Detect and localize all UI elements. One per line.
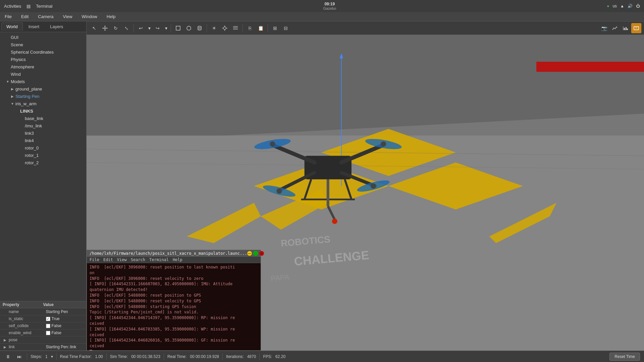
tab-insert[interactable]: Insert	[23, 22, 45, 31]
svg-point-51	[381, 141, 386, 147]
pause-btn[interactable]: ⏸	[4, 353, 12, 361]
tree-item-wind[interactable]: Wind	[0, 70, 86, 78]
tree-item-gui[interactable]: GUI	[0, 34, 86, 41]
prop-row-name[interactable]: name Starting Pen	[0, 308, 86, 315]
toolbar-cylinder-btn[interactable]	[195, 23, 205, 33]
menu-camera[interactable]: Camera	[36, 13, 55, 20]
tree-label-rotor0: rotor_0	[25, 145, 39, 150]
prop-row-pose[interactable]: ▶ pose	[0, 337, 86, 344]
menu-edit[interactable]: Edit	[19, 13, 31, 20]
terminal-minimize-btn[interactable]: —	[247, 251, 252, 256]
prop-row-link[interactable]: ▶ link Starting Pen::link	[0, 344, 86, 351]
svg-point-7	[187, 26, 191, 30]
viewport-area[interactable]: CHALLENGE ROBOTICS PAPA /home/lxh/Firmwa…	[87, 35, 644, 351]
term-menu-terminal[interactable]: Terminal	[149, 257, 169, 262]
checkbox-self-collide[interactable]	[46, 324, 50, 328]
prop-key-pose: ▶ pose	[0, 337, 43, 343]
tree-item-links[interactable]: LINKS	[0, 107, 86, 115]
sep-5	[222, 353, 223, 360]
toolbar-translate-btn[interactable]	[100, 23, 110, 33]
toolbar-box-btn[interactable]	[173, 23, 183, 33]
toolbar-sun-btn[interactable]: ☀	[209, 23, 219, 33]
tree-item-iris-w-arm[interactable]: ▼ iris_w_arm	[0, 100, 86, 107]
prop-key-is-static: is_static	[0, 315, 43, 322]
tab-world[interactable]: World	[1, 22, 23, 31]
tree-item-ground-plane[interactable]: ▶ ground_plane	[0, 85, 86, 93]
term-menu-help[interactable]: Help	[173, 257, 182, 262]
menu-file[interactable]: File	[3, 13, 14, 20]
prop-row-is-static[interactable]: is_static ✓ True	[0, 315, 86, 322]
menu-view[interactable]: View	[61, 13, 74, 20]
tree-item-spherical[interactable]: Spherical Coordinates	[0, 48, 86, 56]
activities-label[interactable]: Activities	[4, 4, 21, 9]
reset-time-button[interactable]: Reset Time	[609, 353, 640, 361]
term-line-1: INFO [ecl/EKF] 3096000: reset position t…	[90, 264, 258, 270]
tree-item-physics[interactable]: Physics	[0, 56, 86, 63]
tree-arrow-models: ▼	[5, 80, 10, 83]
prop-row-self-collide[interactable]: self_collide False	[0, 322, 86, 329]
toolbar-stripe-btn[interactable]	[230, 23, 240, 33]
toolbar-directional-btn[interactable]	[220, 23, 230, 33]
toolbar-redo-btn[interactable]: ↪	[153, 23, 163, 33]
toolbar-plot-btn[interactable]	[621, 23, 631, 33]
tree-item-link4[interactable]: link4	[0, 137, 86, 144]
terminal-close-btn[interactable]: ✕	[259, 251, 264, 256]
term-line-8: INFO [ecl/EKF] 5488000: starting GPS fus…	[90, 304, 258, 310]
terminal-app-label[interactable]: Terminal	[36, 4, 52, 9]
toolbar-paste-btn[interactable]: 📋	[256, 23, 266, 33]
toolbar-redo-dropdown[interactable]: ▾	[163, 23, 169, 33]
terminal-titlebar: /home/lxh/Firmware/launch/posix_sitl_xac…	[87, 250, 261, 257]
svg-point-50	[270, 141, 275, 147]
terminal-maximize-btn[interactable]: □	[253, 251, 258, 256]
tree-item-imu-link[interactable]: /imu_link	[0, 122, 86, 129]
term-menu-edit[interactable]: Edit	[103, 257, 113, 262]
tree-item-base-link[interactable]: base_link	[0, 115, 86, 122]
tree-item-rotor2[interactable]: rotor_2	[0, 159, 86, 166]
tree-label-rotor2: rotor_2	[25, 160, 39, 165]
tree-item-starting-pen[interactable]: ▶ Starting Pen	[0, 93, 86, 100]
term-menu-search[interactable]: Search	[131, 257, 145, 262]
tree-item-models[interactable]: ▼ Models	[0, 78, 86, 85]
tree-label-imu-link: /imu_link	[25, 123, 42, 128]
terminal-title: /home/lxh/Firmware/launch/posix_sitl_xac…	[90, 251, 247, 256]
tree-item-rotor0[interactable]: rotor_0	[0, 144, 86, 152]
user-label: us	[612, 4, 617, 8]
tree-item-link3[interactable]: link3	[0, 129, 86, 137]
menu-window[interactable]: Window	[80, 13, 99, 20]
checkbox-enable-wind[interactable]	[46, 331, 50, 335]
tree-item-atmosphere[interactable]: Atmosphere	[0, 63, 86, 70]
toolbar-scale-btn[interactable]: ⤡	[121, 23, 131, 33]
steps-dropdown[interactable]: ▾	[51, 354, 53, 359]
step-btn[interactable]: ⏭	[15, 353, 23, 361]
toolbar-undo-btn[interactable]: ↩	[136, 23, 146, 33]
prop-row-enable-wind[interactable]: enable_wind False	[0, 329, 86, 337]
terminal-content[interactable]: INFO [ecl/EKF] 3096000: reset position t…	[87, 263, 261, 350]
toolbar-align-btn[interactable]: ⊞	[270, 23, 280, 33]
menu-help[interactable]: Help	[105, 13, 118, 20]
toolbar-undo-dropdown[interactable]: ▾	[147, 23, 152, 33]
prop-val-self-collide: False	[52, 323, 61, 328]
terminal-icon: ▤	[26, 4, 31, 9]
term-menu-file[interactable]: File	[90, 257, 99, 262]
term-menu-view[interactable]: View	[117, 257, 127, 262]
toolbar-sphere-btn[interactable]	[184, 23, 194, 33]
toolbar-log-btn[interactable]	[610, 23, 620, 33]
term-line-3: INFO [ecl/EKF] 3096000: reset velocity t…	[90, 276, 258, 282]
toolbar-active-btn[interactable]	[631, 23, 641, 33]
svg-rect-63	[536, 62, 644, 72]
rtf-label: Real Time Factor:	[60, 354, 92, 359]
toolbar-copy-btn[interactable]: ⎘	[245, 23, 255, 33]
tree-item-scene[interactable]: Scene	[0, 41, 86, 48]
toolbar-sep-3	[207, 24, 207, 32]
tree-item-rotor1[interactable]: rotor_1	[0, 152, 86, 159]
toolbar-select-btn[interactable]: ↖	[89, 23, 99, 33]
toolbar-snap-btn[interactable]: ⊟	[281, 23, 291, 33]
prop-label-enable-wind: enable_wind	[9, 330, 31, 335]
toolbar-sep-1	[133, 24, 134, 32]
toolbar-rotate-btn[interactable]: ↻	[111, 23, 121, 33]
tab-layers[interactable]: Layers	[45, 22, 68, 31]
toolbar-camera-btn[interactable]: 📷	[599, 23, 609, 33]
toolbar: ↖ ↻ ⤡ ↩ ▾ ↪ ▾	[87, 21, 644, 35]
checkbox-is-static[interactable]: ✓	[46, 317, 50, 321]
term-line-10: [ INFO] [1644542344.046714397, 95.359000…	[90, 315, 258, 321]
